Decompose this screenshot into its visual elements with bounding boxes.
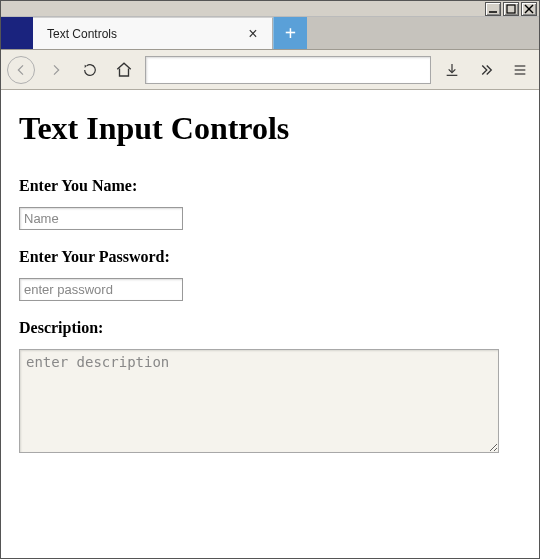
address-bar[interactable]	[145, 56, 431, 84]
new-tab-button[interactable]: +	[273, 17, 307, 49]
reload-button[interactable]	[77, 57, 103, 83]
browser-toolbar	[1, 50, 539, 90]
window-titlebar	[1, 1, 539, 17]
download-icon[interactable]	[439, 57, 465, 83]
browser-tab[interactable]: Text Controls ×	[33, 17, 273, 49]
password-label: Enter Your Password:	[19, 248, 521, 266]
svg-rect-1	[507, 5, 515, 13]
tab-accent	[1, 17, 33, 49]
close-tab-icon[interactable]: ×	[244, 25, 262, 43]
back-button[interactable]	[7, 56, 35, 84]
name-label: Enter You Name:	[19, 177, 521, 195]
browser-window: Text Controls × + Text Input Controls	[0, 0, 540, 559]
description-label: Description:	[19, 319, 521, 337]
overflow-icon[interactable]	[473, 57, 499, 83]
close-window-button[interactable]	[521, 2, 537, 16]
password-input[interactable]	[19, 278, 183, 301]
tab-title: Text Controls	[47, 27, 244, 41]
page-content: Text Input Controls Enter You Name: Ente…	[1, 90, 539, 558]
forward-button[interactable]	[43, 57, 69, 83]
description-textarea[interactable]	[19, 349, 499, 453]
menu-icon[interactable]	[507, 57, 533, 83]
minimize-button[interactable]	[485, 2, 501, 16]
name-input[interactable]	[19, 207, 183, 230]
tab-strip: Text Controls × +	[1, 17, 539, 50]
page-heading: Text Input Controls	[19, 110, 521, 147]
home-button[interactable]	[111, 57, 137, 83]
maximize-button[interactable]	[503, 2, 519, 16]
